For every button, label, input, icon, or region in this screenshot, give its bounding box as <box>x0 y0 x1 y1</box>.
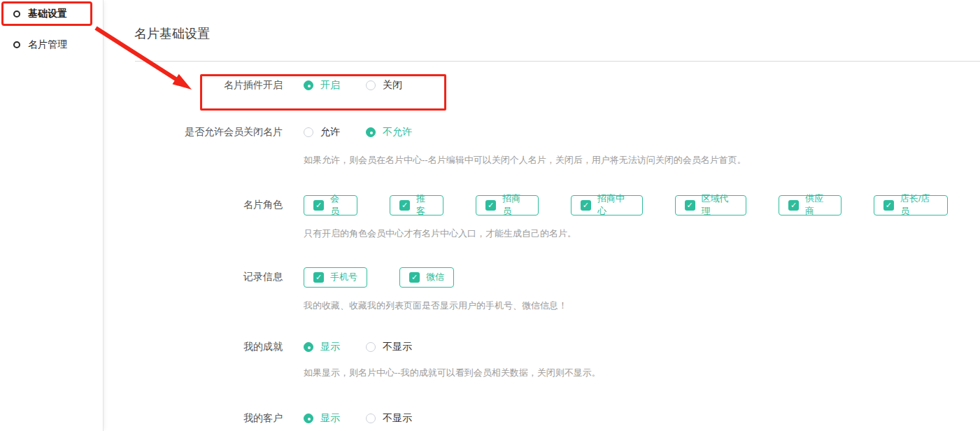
radio-label: 不允许 <box>383 126 412 139</box>
radio-option-on[interactable]: 开启 <box>304 79 340 92</box>
help-text-record-info: 我的收藏、收藏我的列表页面是否显示用户的手机号、微信信息！ <box>304 299 567 312</box>
radio-label: 显示 <box>320 412 340 425</box>
checkbox-label: 供应商 <box>805 192 832 218</box>
checkbox-checked-icon: ✓ <box>685 200 695 211</box>
sidebar-item-label: 基础设置 <box>28 8 67 20</box>
checkbox-checked-icon: ✓ <box>883 200 894 211</box>
radio-option-show[interactable]: 显示 <box>304 341 340 353</box>
form-label: 名片角色 <box>134 199 283 211</box>
checkbox-checked-icon: ✓ <box>409 272 420 283</box>
help-text-card-roles: 只有开启的角色会员中心才有名片中心入口，才能生成自己的名片。 <box>304 227 576 240</box>
checkbox-chip-recruit-center[interactable]: ✓ 招商中心 <box>571 195 643 216</box>
checkbox-checked-icon: ✓ <box>485 200 496 211</box>
page-title: 名片基础设置 <box>134 25 210 42</box>
checkbox-chip-wechat[interactable]: ✓ 微信 <box>399 267 454 288</box>
divider <box>135 61 980 62</box>
checkbox-chip-recruiter[interactable]: ✓ 招商员 <box>476 195 539 216</box>
radio-unselected-icon <box>366 342 376 352</box>
form-row-card-roles: 名片角色 ✓ 会员 ✓ 推客 ✓ 招商员 ✓ 招商中心 ✓ 区域代理 <box>134 195 980 216</box>
radio-unselected-icon <box>366 80 376 90</box>
checkbox-chip-member[interactable]: ✓ 会员 <box>304 195 357 216</box>
radio-selected-icon <box>304 80 313 90</box>
checkbox-label: 店长/店员 <box>900 192 938 218</box>
form-row-my-customers: 我的客户 显示 不显示 <box>134 411 438 425</box>
radio-option-hide[interactable]: 不显示 <box>366 412 412 425</box>
sidebar: 基础设置 名片管理 <box>0 0 104 431</box>
help-text-allow-close-card: 如果允许，则会员在名片中心--名片编辑中可以关闭个人名片，关闭后，用户将无法访问… <box>304 154 746 167</box>
form-row-my-achievement: 我的成就 显示 不显示 <box>134 340 438 354</box>
radio-label: 开启 <box>320 79 340 92</box>
radio-option-hide[interactable]: 不显示 <box>366 341 412 353</box>
form-label: 记录信息 <box>134 271 283 283</box>
sidebar-item-basic-settings[interactable]: 基础设置 <box>0 2 103 26</box>
radio-selected-icon <box>304 414 313 423</box>
sidebar-item-label: 名片管理 <box>28 38 67 51</box>
form-row-card-plugin-switch: 名片插件开启 开启 关闭 <box>134 78 428 92</box>
radio-option-show[interactable]: 显示 <box>304 412 340 425</box>
checkbox-label: 招商员 <box>502 192 529 218</box>
sidebar-item-card-management[interactable]: 名片管理 <box>0 33 103 57</box>
checkbox-checked-icon: ✓ <box>313 200 324 211</box>
radio-unselected-icon <box>366 414 376 423</box>
form-row-allow-close-card: 是否允许会员关闭名片 允许 不允许 <box>134 125 438 139</box>
main-content: 名片基础设置 名片插件开启 开启 关闭 是否允许会员关闭名片 允许 不允许 <box>134 0 980 431</box>
checkbox-checked-icon: ✓ <box>313 272 324 283</box>
radio-label: 显示 <box>320 341 340 353</box>
form-row-record-info: 记录信息 ✓ 手机号 ✓ 微信 <box>134 267 486 288</box>
checkbox-checked-icon: ✓ <box>399 200 410 211</box>
checkbox-label: 推客 <box>416 192 434 218</box>
radio-label: 关闭 <box>383 79 402 92</box>
circle-icon <box>13 10 20 17</box>
radio-label: 允许 <box>320 126 340 139</box>
radio-label: 不显示 <box>383 412 412 425</box>
radio-unselected-icon <box>304 127 313 137</box>
checkbox-chip-phone[interactable]: ✓ 手机号 <box>304 267 367 288</box>
help-text-my-achievement: 如果显示，则名片中心--我的成就可以看到会员相关数据，关闭则不显示。 <box>304 367 601 379</box>
checkbox-label: 区域代理 <box>702 192 737 218</box>
radio-selected-icon <box>366 127 376 137</box>
form-label: 我的客户 <box>134 412 283 425</box>
checkbox-checked-icon: ✓ <box>788 200 799 211</box>
checkbox-label: 手机号 <box>330 271 357 283</box>
form-label: 名片插件开启 <box>134 79 283 92</box>
radio-label: 不显示 <box>383 341 412 353</box>
radio-option-disallow[interactable]: 不允许 <box>366 126 412 139</box>
checkbox-chip-regional-agent[interactable]: ✓ 区域代理 <box>675 195 747 216</box>
radio-option-off[interactable]: 关闭 <box>366 79 402 92</box>
checkbox-label: 微信 <box>426 271 444 283</box>
form-label: 我的成就 <box>134 341 283 353</box>
form-label: 是否允许会员关闭名片 <box>134 126 283 139</box>
circle-icon <box>13 41 20 48</box>
radio-option-allow[interactable]: 允许 <box>304 126 340 139</box>
checkbox-chip-supplier[interactable]: ✓ 供应商 <box>779 195 841 216</box>
checkbox-checked-icon: ✓ <box>581 200 591 211</box>
checkbox-label: 会员 <box>330 192 348 218</box>
radio-selected-icon <box>304 342 313 352</box>
checkbox-label: 招商中心 <box>597 192 633 218</box>
checkbox-chip-promoter[interactable]: ✓ 推客 <box>390 195 443 216</box>
checkbox-chip-shopkeeper[interactable]: ✓ 店长/店员 <box>874 195 948 216</box>
